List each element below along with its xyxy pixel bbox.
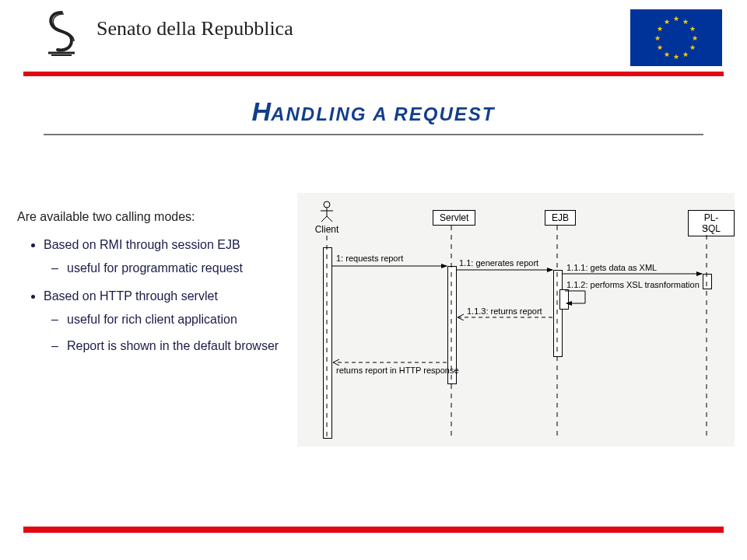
msg-1-1-1: 1.1.1: gets data as XML [566, 263, 657, 272]
lifeline-plsql: PL-SQL [688, 210, 735, 236]
sequence-diagram: Client Servlet EJB PL-SQL [297, 193, 735, 446]
slide: Senato della Repubblica ★ ★ ★ ★ ★ ★ ★ ★ … [0, 0, 747, 560]
msg-1-1: 1.1: generates report [459, 258, 538, 268]
msg-1: 1: requests report [336, 254, 403, 263]
title-rest: ANDLING A REQUEST [271, 103, 495, 124]
msg-1-1-3: 1.1.3: returns report [467, 306, 542, 316]
msg-1-1-2: 1.1.2: performs XSL trasnformation [566, 280, 700, 289]
actor-client: Client [303, 201, 350, 235]
title-first-letter: H [252, 96, 272, 126]
actor-client-label: Client [303, 224, 350, 235]
eu-flag-icon: ★ ★ ★ ★ ★ ★ ★ ★ ★ ★ ★ ★ [630, 9, 722, 66]
eu-stars: ★ ★ ★ ★ ★ ★ ★ ★ ★ ★ ★ ★ [657, 19, 696, 58]
lifeline-ejb: EJB [545, 210, 576, 226]
svg-point-2 [324, 201, 330, 208]
bullet-rmi: Based on RMI through session EJB useful … [44, 238, 293, 275]
bullet-rmi-label: Based on RMI through session EJB [44, 238, 240, 251]
senate-logo-icon [40, 9, 82, 56]
bullet-http: Based on HTTP through servlet useful for… [44, 289, 293, 353]
svg-line-6 [327, 216, 332, 222]
svg-line-5 [321, 216, 327, 222]
diagram-arrows [297, 193, 735, 446]
title-underline [44, 134, 703, 135]
msg-return: returns report in HTTP response [336, 366, 459, 375]
bullet-http-sub-1: useful for rich client application [67, 313, 293, 327]
slide-title: HANDLING A REQUEST [44, 96, 703, 127]
lifeline-servlet: Servlet [433, 210, 475, 226]
bullet-http-label: Based on HTTP through servlet [44, 289, 218, 303]
body-text: Are available two calling modes: Based o… [17, 210, 293, 367]
bullet-http-sub-2: Report is shown in the default browser [67, 339, 293, 353]
header: Senato della Repubblica ★ ★ ★ ★ ★ ★ ★ ★ … [0, 0, 747, 75]
bullet-rmi-sub-1: useful for programmatic request [67, 261, 293, 275]
intro-text: Are available two calling modes: [17, 210, 293, 224]
divider-bottom [23, 527, 724, 533]
org-name: Senato della Repubblica [96, 17, 293, 40]
divider-top [23, 72, 724, 76]
